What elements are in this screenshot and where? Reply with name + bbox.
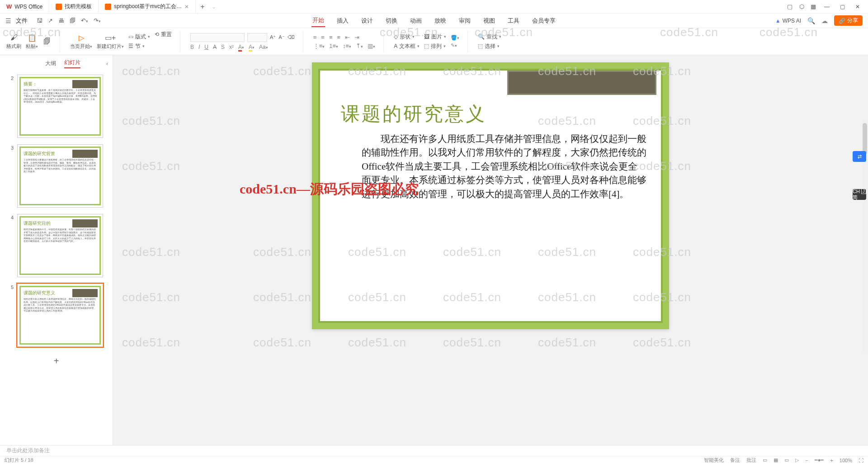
reset-button[interactable]: ⟲ 重置 <box>155 31 172 38</box>
save-icon[interactable]: 🖫 <box>37 17 42 24</box>
view-sorter-icon[interactable]: ▦ <box>774 457 778 463</box>
wps-ai-button[interactable]: ▲ WPS AI <box>775 18 801 24</box>
slide-title[interactable]: 课题的研究意义 <box>341 101 486 127</box>
align-justify-icon[interactable]: ≡ <box>337 34 340 41</box>
search-icon[interactable]: 🔍 <box>807 17 815 24</box>
close-icon[interactable]: ✕ <box>184 4 189 10</box>
redo-icon[interactable]: ↷▾ <box>94 17 101 24</box>
ribbon-tab-animation[interactable]: 动画 <box>409 15 423 27</box>
view-reading-icon[interactable]: ▭ <box>784 457 789 463</box>
slide-viewport[interactable]: 课题的研究意义 现在还有许多人用纸质工具存储并管理信息，网络仅仅起到一般的辅助性… <box>113 55 868 445</box>
preview-icon[interactable]: 🗐 <box>70 17 75 24</box>
italic-button[interactable]: I <box>198 44 200 50</box>
textbox-button[interactable]: A 文本框▾ <box>394 43 420 50</box>
zoom-out-icon[interactable]: − <box>805 458 808 463</box>
text-direction-icon[interactable]: ⤒▾ <box>356 43 363 49</box>
new-slide-button[interactable]: ▭+ 新建幻灯片▾ <box>97 33 124 50</box>
slide-thumbnail[interactable]: 课题的研究背景 工会管理系统主要通过计算机网络，对工会管理系统所需的信息进行统一… <box>17 144 103 208</box>
arrange-button[interactable]: ⬚ 排列▾ <box>424 43 446 50</box>
start-from-current-button[interactable]: ▷ 当页开始▾ <box>70 33 92 50</box>
ribbon-tab-start[interactable]: 开始 <box>311 14 325 27</box>
shape-button[interactable]: ◇ 形状▾ <box>394 33 420 41</box>
window-mode-icon[interactable]: ▢ <box>785 2 795 12</box>
close-button[interactable]: ✕ <box>851 0 864 13</box>
print-icon[interactable]: 🖶 <box>58 17 64 24</box>
comments-toggle[interactable]: 批注 <box>746 457 756 464</box>
ribbon-tab-review[interactable]: 审阅 <box>458 15 472 27</box>
scrollbar-thumb[interactable] <box>863 123 867 155</box>
ribbon-tab-tools[interactable]: 工具 <box>507 15 520 27</box>
ribbon-tab-member[interactable]: 会员专享 <box>531 15 557 27</box>
hamburger-icon[interactable]: ☰ <box>5 17 11 24</box>
tab-menu-caret[interactable]: ⌄ <box>212 4 216 10</box>
layout-button[interactable]: ▭ 版式▾ <box>128 33 150 41</box>
maximize-button[interactable]: ▢ <box>835 0 849 13</box>
ribbon-tab-design[interactable]: 设计 <box>360 15 374 27</box>
find-button[interactable]: 🔍 查找▾ <box>478 33 501 41</box>
indent-decrease-icon[interactable]: ⇤ <box>345 34 350 41</box>
align-right-icon[interactable]: ≡ <box>329 34 333 41</box>
font-color-button[interactable]: A▾ <box>238 44 244 50</box>
thumbnail-list[interactable]: 2 摘要： 随着互联网的飞速发展，各个领域开始走向数字化，工会管理系统便是其中之… <box>0 71 113 445</box>
cloud-icon[interactable]: ☁ <box>821 17 828 24</box>
copy-icon[interactable]: 🗐 <box>42 37 52 46</box>
paste-button[interactable]: 📋 粘贴▾ <box>26 33 38 50</box>
section-button[interactable]: ☰ 节▾ <box>128 43 150 50</box>
zoom-level[interactable]: 100% <box>840 458 852 463</box>
bold-button[interactable]: B <box>190 44 194 50</box>
zoom-slider[interactable]: ━●━ <box>815 457 824 463</box>
columns-icon[interactable]: ▥▾ <box>368 43 375 49</box>
slides-tab[interactable]: 幻灯片 <box>64 59 80 68</box>
ime-indicator[interactable]: CH 🄹 简 <box>853 189 866 200</box>
undo-icon[interactable]: ↶▾ <box>81 17 88 24</box>
slide-thumbnail[interactable]: 课题的研究意义 现在还有许多人用纸质工具存储并管理信息，网络仅仅起到一般的辅助性… <box>17 284 103 347</box>
slide[interactable]: 课题的研究意义 现在还有许多人用纸质工具存储并管理信息，网络仅仅起到一般的辅助性… <box>312 62 669 329</box>
image-button[interactable]: 🖼 图片▾ <box>424 33 446 41</box>
font-size-select[interactable] <box>247 33 267 42</box>
grid-icon[interactable]: ▦ <box>808 2 818 12</box>
notes-toggle[interactable]: 备注 <box>730 457 740 464</box>
slide-thumbnail[interactable]: 课题研究目的 在经济快速发展的今天，中国也在高速发展。对整个国家的经济发展的技术… <box>17 214 103 277</box>
indent-increase-icon[interactable]: ⇥ <box>354 34 359 41</box>
decrease-font-icon[interactable]: A⁻ <box>278 34 284 40</box>
strike-button[interactable]: A̶ <box>213 44 217 50</box>
ribbon-tab-transition[interactable]: 切换 <box>385 15 398 27</box>
view-normal-icon[interactable]: ▭ <box>763 457 767 463</box>
cube-icon[interactable]: ⬡ <box>797 2 807 12</box>
highlight-button[interactable]: A▾ <box>249 44 255 50</box>
notes-pane[interactable]: 单击此处添加备注 <box>0 445 868 456</box>
underline-button[interactable]: U <box>204 44 208 50</box>
add-slide-button[interactable]: + <box>8 353 104 369</box>
tab-document[interactable]: springboot基于mvc的工会… ✕ <box>99 0 196 13</box>
outline-icon[interactable]: ✎▾ <box>451 43 459 48</box>
fit-icon[interactable]: ⛶ <box>859 458 863 463</box>
collapse-panel-icon[interactable]: ‹ <box>106 61 108 67</box>
increase-font-icon[interactable]: A⁺ <box>270 34 276 40</box>
fill-icon[interactable]: 🪣▾ <box>451 35 459 41</box>
shadow-button[interactable]: S <box>221 44 225 50</box>
align-left-icon[interactable]: ≡ <box>313 34 317 41</box>
select-button[interactable]: ⬚ 选择▾ <box>478 43 501 50</box>
clear-format-icon[interactable]: ⌫ <box>288 34 295 40</box>
file-menu[interactable]: 文件 <box>16 17 28 25</box>
smart-beautify[interactable]: 智能美化 <box>704 457 724 464</box>
ribbon-tab-slideshow[interactable]: 放映 <box>434 15 447 27</box>
zoom-in-icon[interactable]: + <box>830 458 833 463</box>
tab-wps-office[interactable]: W WPS Office <box>0 0 49 13</box>
share-button[interactable]: 🔗 分享 <box>834 15 863 26</box>
outline-tab[interactable]: 大纲 <box>45 60 56 67</box>
ribbon-tab-insert[interactable]: 插入 <box>336 15 349 27</box>
tab-add[interactable]: + <box>196 3 209 11</box>
superscript-button[interactable]: x² <box>229 44 234 50</box>
font-family-select[interactable] <box>190 33 245 42</box>
slide-thumbnail[interactable]: 摘要： 随着互联网的飞速发展，各个领域开始走向数字化，工会管理系统便是其中之一。… <box>17 75 103 138</box>
float-tool-button[interactable]: ⇄ <box>853 151 866 162</box>
bullets-icon[interactable]: ⋮≡▾ <box>313 43 325 49</box>
numbering-icon[interactable]: 1≡▾ <box>329 43 338 49</box>
tab-template[interactable]: 找稻壳模板 <box>49 0 99 13</box>
line-spacing-icon[interactable]: ↕≡▾ <box>343 43 351 49</box>
format-painter-button[interactable]: 🖌 格式刷 <box>6 33 21 50</box>
view-slideshow-icon[interactable]: ▷ <box>795 457 799 463</box>
slide-body-text[interactable]: 现在还有许多人用纸质工具存储并管理信息，网络仅仅起到一般的辅助性作用。以我对人们… <box>362 132 646 201</box>
align-center-icon[interactable]: ≡ <box>321 34 325 41</box>
